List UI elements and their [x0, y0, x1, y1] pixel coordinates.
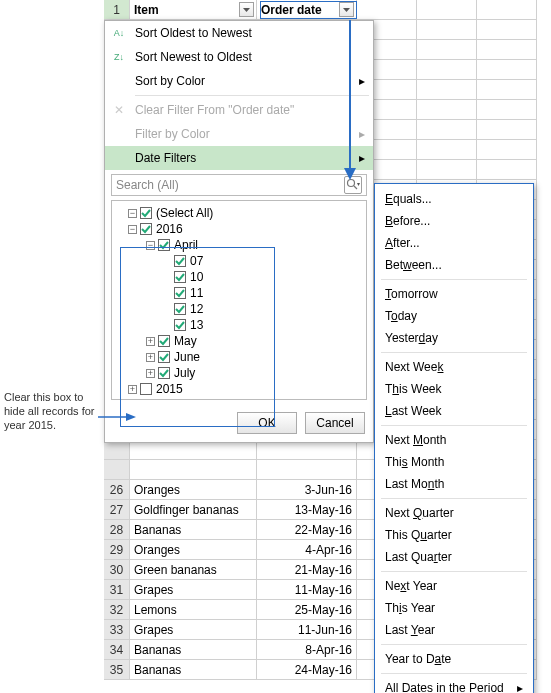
checkbox-day[interactable] — [174, 255, 186, 267]
sort-oldest-newest[interactable]: A↓ Sort Oldest to Newest — [105, 21, 373, 45]
column-header-item[interactable]: Item — [130, 0, 257, 20]
cell-item[interactable]: Lemons — [130, 600, 257, 620]
cell[interactable] — [477, 160, 537, 180]
expand-toggle[interactable]: − — [128, 209, 137, 218]
cell[interactable] — [477, 60, 537, 80]
row-number-header[interactable]: 1 — [104, 0, 130, 20]
filter-after[interactable]: After... — [375, 232, 533, 254]
cell-item[interactable]: Oranges — [130, 480, 257, 500]
cell[interactable] — [417, 100, 477, 120]
cell-orderdate[interactable]: 11-Jun-16 — [257, 620, 357, 640]
row-number[interactable]: 27 — [104, 500, 130, 520]
expand-toggle[interactable]: − — [146, 241, 155, 250]
column-header-orderdate[interactable]: Order date — [257, 0, 357, 20]
row-number[interactable]: 32 — [104, 600, 130, 620]
expand-toggle[interactable]: + — [146, 353, 155, 362]
cell-orderdate[interactable]: 4-Apr-16 — [257, 540, 357, 560]
cell[interactable] — [417, 80, 477, 100]
cell[interactable] — [477, 120, 537, 140]
filter-this-quarter[interactable]: This Quarter — [375, 524, 533, 546]
cell-orderdate[interactable]: 24-May-16 — [257, 660, 357, 680]
filter-last-month[interactable]: Last Month — [375, 473, 533, 495]
row-number[interactable] — [104, 460, 130, 480]
row-number[interactable]: 31 — [104, 580, 130, 600]
cell-orderdate[interactable]: 11-May-16 — [257, 580, 357, 600]
filter-next-quarter[interactable]: Next Quarter — [375, 502, 533, 524]
filter-this-week[interactable]: This Week — [375, 378, 533, 400]
row-number[interactable]: 30 — [104, 560, 130, 580]
filter-equals[interactable]: Equals... — [375, 188, 533, 210]
checkbox-may[interactable] — [158, 335, 170, 347]
row-number[interactable]: 35 — [104, 660, 130, 680]
row-number[interactable]: 33 — [104, 620, 130, 640]
expand-toggle[interactable]: + — [128, 385, 137, 394]
ok-button[interactable]: OK — [237, 412, 297, 434]
filter-button-item[interactable] — [239, 2, 254, 17]
cell[interactable] — [130, 460, 257, 480]
filter-next-year[interactable]: Next Year — [375, 575, 533, 597]
checkbox-select-all[interactable] — [140, 207, 152, 219]
cell[interactable] — [130, 440, 257, 460]
row-number[interactable]: 28 — [104, 520, 130, 540]
filter-last-quarter[interactable]: Last Quarter — [375, 546, 533, 568]
filter-tree[interactable]: − (Select All) − 2016 − April 07 10 11 1… — [111, 200, 367, 400]
checkbox-april[interactable] — [158, 239, 170, 251]
cell-item[interactable]: Grapes — [130, 620, 257, 640]
empty-column[interactable] — [477, 0, 537, 20]
filter-today[interactable]: Today — [375, 305, 533, 327]
checkbox-2016[interactable] — [140, 223, 152, 235]
filter-next-week[interactable]: Next Week — [375, 356, 533, 378]
filter-last-year[interactable]: Last Year — [375, 619, 533, 641]
cell[interactable] — [477, 100, 537, 120]
date-filters[interactable]: Date Filters ▸ — [105, 146, 373, 170]
checkbox-blanks[interactable] — [140, 399, 152, 400]
empty-column[interactable] — [417, 0, 477, 20]
cell-item[interactable]: Goldfinger bananas — [130, 500, 257, 520]
row-number[interactable] — [104, 440, 130, 460]
cell-orderdate[interactable]: 13-May-16 — [257, 500, 357, 520]
cell[interactable] — [477, 40, 537, 60]
row-number[interactable]: 34 — [104, 640, 130, 660]
cell-orderdate[interactable]: 22-May-16 — [257, 520, 357, 540]
cell-item[interactable]: Bananas — [130, 640, 257, 660]
cell-item[interactable]: Green bananas — [130, 560, 257, 580]
cell[interactable] — [417, 120, 477, 140]
cell[interactable] — [417, 140, 477, 160]
row-number[interactable]: 29 — [104, 540, 130, 560]
expand-toggle[interactable]: − — [128, 225, 137, 234]
cell[interactable] — [477, 140, 537, 160]
cell[interactable] — [417, 160, 477, 180]
expand-toggle[interactable]: + — [146, 337, 155, 346]
cell[interactable] — [417, 40, 477, 60]
filter-year-to-date[interactable]: Year to Date — [375, 648, 533, 670]
cell[interactable] — [417, 20, 477, 40]
cell-orderdate[interactable]: 21-May-16 — [257, 560, 357, 580]
cell-orderdate[interactable]: 8-Apr-16 — [257, 640, 357, 660]
cell[interactable] — [257, 440, 357, 460]
cell[interactable] — [477, 20, 537, 40]
filter-between[interactable]: Between... — [375, 254, 533, 276]
cell[interactable] — [477, 80, 537, 100]
filter-all-dates-period[interactable]: All Dates in the Period▸ — [375, 677, 533, 693]
checkbox-day[interactable] — [174, 319, 186, 331]
checkbox-2015[interactable] — [140, 383, 152, 395]
filter-before[interactable]: Before... — [375, 210, 533, 232]
cell-item[interactable]: Bananas — [130, 660, 257, 680]
cell[interactable] — [257, 460, 357, 480]
filter-button-orderdate[interactable] — [339, 2, 354, 17]
cell-orderdate[interactable]: 25-May-16 — [257, 600, 357, 620]
filter-yesterday[interactable]: Yesterday — [375, 327, 533, 349]
sort-by-color[interactable]: Sort by Color ▸ — [105, 69, 373, 93]
empty-column[interactable] — [357, 0, 417, 20]
filter-this-year[interactable]: This Year — [375, 597, 533, 619]
filter-last-week[interactable]: Last Week — [375, 400, 533, 422]
search-dropdown-button[interactable] — [344, 176, 362, 194]
row-number[interactable]: 26 — [104, 480, 130, 500]
sort-newest-oldest[interactable]: Z↓ Sort Newest to Oldest — [105, 45, 373, 69]
checkbox-day[interactable] — [174, 271, 186, 283]
cell[interactable] — [417, 60, 477, 80]
expand-toggle[interactable]: + — [146, 369, 155, 378]
filter-this-month[interactable]: This Month — [375, 451, 533, 473]
checkbox-june[interactable] — [158, 351, 170, 363]
cell-item[interactable]: Bananas — [130, 520, 257, 540]
